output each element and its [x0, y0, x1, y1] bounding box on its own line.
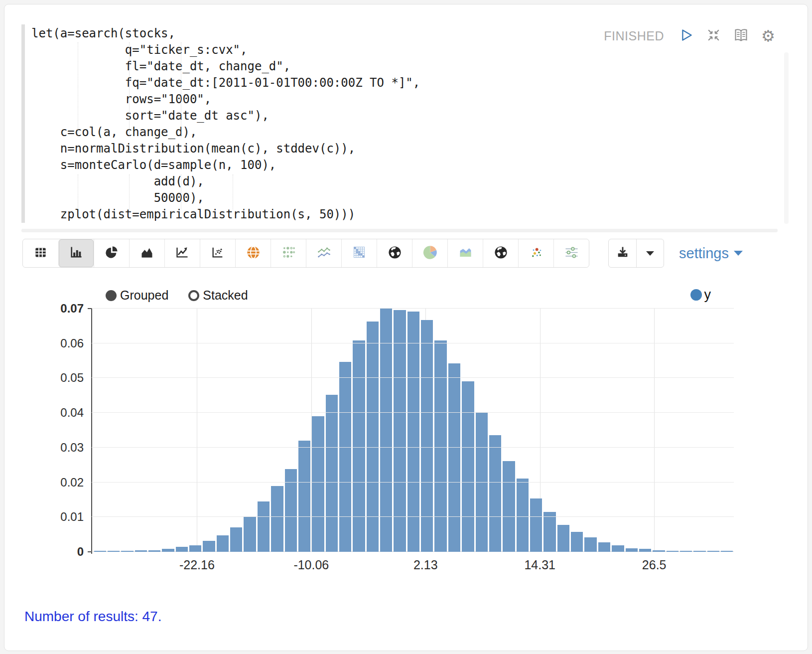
histogram-bar: [367, 322, 379, 552]
chart-type-table-button[interactable]: [23, 239, 58, 267]
histogram-bar: [462, 381, 474, 552]
chart-type-scatter-button[interactable]: [200, 239, 235, 267]
indent-guide: [78, 174, 78, 209]
histogram-bar: [189, 545, 201, 552]
editor-horizontal-scrollbar[interactable]: [21, 229, 778, 232]
histogram-bar: [162, 549, 174, 552]
paragraph-controls: FINISHED: [604, 27, 777, 44]
paragraph-card: let(a=search(stocks, q="ticker_s:cvx", f…: [4, 4, 808, 651]
heatmap-icon: [352, 245, 366, 261]
histogram-bar: [176, 547, 188, 552]
histogram-bar: [517, 479, 529, 552]
run-button[interactable]: [677, 27, 694, 44]
y-axis-tick-label: 0.06: [60, 336, 84, 350]
legend-label: y: [704, 287, 711, 303]
stacked-radio[interactable]: Stacked: [188, 288, 248, 303]
chart-type-sliders-button[interactable]: [553, 239, 589, 267]
download-caret-button[interactable]: [636, 239, 664, 267]
y-gridline: [92, 377, 734, 378]
chart-type-line-button[interactable]: [164, 239, 200, 267]
y-gridline: [92, 447, 734, 448]
y-axis-tick-label: 0: [77, 545, 84, 559]
histogram-bar: [667, 551, 678, 552]
grouped-radio[interactable]: Grouped: [106, 288, 168, 303]
legend-dot-icon: [690, 289, 702, 301]
x-axis-tick-label: 14.31: [524, 558, 555, 572]
histogram-bar: [380, 309, 392, 552]
chart-type-bubble-button[interactable]: [271, 239, 306, 267]
area-chart-icon: [140, 245, 154, 261]
histogram-bar: [230, 527, 242, 552]
bars-container: [92, 309, 734, 552]
visualization-toolbar: settings: [22, 239, 788, 268]
histogram-bar: [639, 549, 651, 552]
indent-guide: [129, 42, 130, 137]
download-split-button: [608, 239, 664, 268]
y-gridline: [92, 482, 734, 483]
y-axis-tick-label: 0.05: [60, 371, 84, 385]
chart-type-buttons: [22, 239, 589, 268]
chart-type-area-colored-button[interactable]: [447, 239, 483, 267]
histogram-bar: [476, 413, 488, 552]
chart-type-heatmap-button[interactable]: [341, 239, 377, 267]
histogram-bar: [312, 416, 324, 552]
globe-orange-icon: [246, 245, 261, 262]
legend-item-y[interactable]: y: [690, 287, 711, 303]
chart-section: Grouped Stacked y 00.010.020.030.040.050…: [4, 281, 808, 577]
y-gridline: [92, 343, 734, 343]
indent-guide: [233, 174, 233, 209]
plot-wrapper: 00.010.020.030.040.050.060.07: [92, 309, 734, 552]
y-axis-tick: [88, 551, 92, 552]
histogram-bar: [407, 312, 419, 552]
histogram-bar: [326, 395, 338, 552]
status-label: FINISHED: [604, 29, 664, 43]
chart-type-geomap-button[interactable]: [377, 239, 412, 267]
chart-legend-row: Grouped Stacked y: [92, 281, 734, 305]
pie-colored-icon: [423, 245, 437, 262]
chart-type-area-button[interactable]: [129, 239, 164, 267]
chart-type-pie-button[interactable]: [94, 239, 129, 267]
pie-chart-icon: [105, 245, 119, 261]
editor-vertical-scrollbar[interactable]: [784, 52, 789, 224]
globe-dark-icon: [388, 245, 402, 262]
chart-type-pie-colored-button[interactable]: [412, 239, 447, 267]
histogram-bar: [94, 551, 106, 552]
code-editor[interactable]: let(a=search(stocks, q="ticker_s:cvx", f…: [4, 4, 808, 231]
stacked-label: Stacked: [203, 288, 248, 303]
histogram-bar: [258, 501, 270, 552]
chart-type-bar-button[interactable]: [58, 239, 94, 267]
y-axis-tick-label: 0.02: [60, 476, 84, 490]
histogram-bar: [217, 535, 229, 552]
collapse-button[interactable]: [705, 27, 722, 44]
histogram-bar: [571, 532, 583, 552]
area-colored-icon: [458, 245, 473, 262]
chart-type-multiline-button[interactable]: [306, 239, 341, 267]
histogram-bar: [434, 340, 446, 552]
results-count: Number of results: 47.: [24, 609, 808, 625]
scatter-plot-icon: [211, 245, 225, 261]
y-axis-tick-label: 0.03: [60, 441, 84, 455]
y-axis-tick-label: 0.01: [60, 510, 84, 524]
histogram-bar: [598, 542, 610, 552]
code-text[interactable]: let(a=search(stocks, q="ticker_s:cvx", f…: [31, 25, 788, 223]
gear-button[interactable]: ⚙: [760, 27, 777, 44]
download-button[interactable]: [609, 239, 636, 267]
bar-mode-radios: Grouped Stacked: [106, 288, 248, 303]
settings-link[interactable]: settings: [679, 245, 743, 262]
y-gridline: [92, 412, 734, 413]
book-icon: [733, 27, 749, 45]
indent-guide: [181, 174, 181, 209]
y-gridline: [92, 516, 734, 517]
histogram-bar: [148, 550, 160, 552]
scatter-colored-icon: [529, 245, 543, 262]
bubble-grid-icon: [281, 245, 295, 261]
chart-type-scatter-colored-button[interactable]: [518, 239, 553, 267]
book-button[interactable]: [732, 27, 749, 44]
globe-dark-icon: [494, 245, 508, 262]
histogram-bar: [707, 551, 719, 552]
chart-type-map-button[interactable]: [235, 239, 271, 267]
chart-type-geomap2-button[interactable]: [483, 239, 518, 267]
y-axis-tick-label: 0.04: [60, 406, 84, 420]
radio-unselected-icon: [188, 290, 199, 301]
gear-icon: ⚙: [761, 28, 775, 44]
